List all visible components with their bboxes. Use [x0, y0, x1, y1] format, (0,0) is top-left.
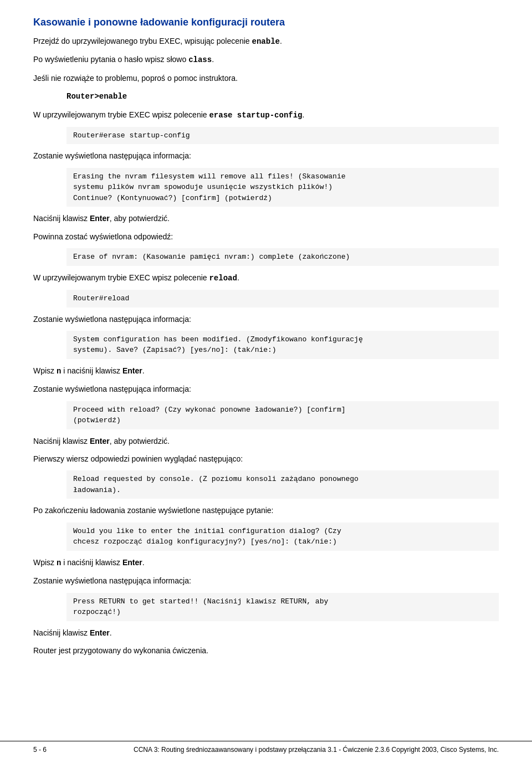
- text-password-intro: Po wyświetleniu pytania o hasło wpisz sł…: [33, 55, 188, 64]
- paragraph-press-enter1: Naciśnij klawisz Enter, aby potwierdzić.: [33, 212, 499, 224]
- text-enter2-bold: Enter: [122, 366, 142, 375]
- text-type-n1-end: .: [142, 366, 145, 375]
- paragraph-help: Jeśli nie rozwiąże to problemu, poproś o…: [33, 72, 499, 84]
- text-type-n2-mid: i naciśnij klawisz: [61, 558, 122, 567]
- paragraph-reload-intro: W uprzywilejowanym trybie EXEC wpisz pol…: [33, 272, 499, 284]
- code-block-modified: System configuration has been modified. …: [66, 331, 499, 359]
- text-reload-suffix: .: [237, 273, 239, 282]
- text-press3: Naciśnij klawisz: [33, 628, 90, 637]
- paragraph-info3-intro: Zostanie wyświetlona następująca informa…: [33, 383, 499, 395]
- paragraph-press-enter2: Naciśnij klawisz Enter, aby potwierdzić.: [33, 435, 499, 447]
- code-block-reload: Router#reload: [66, 290, 499, 308]
- text-press2-suffix: , aby potwierdzić.: [110, 437, 170, 445]
- text-type-n2: Wpisz: [33, 558, 57, 567]
- text-type-n1: Wpisz: [33, 366, 57, 375]
- paragraph-exec: Przejdź do uprzywilejowanego trybu EXEC,…: [33, 35, 499, 48]
- paragraph-press-enter3: Naciśnij klawisz Enter.: [33, 627, 499, 639]
- code-enable: enable: [252, 37, 280, 46]
- code-reload-inline: reload: [209, 274, 237, 283]
- text-press3-end: .: [110, 628, 112, 637]
- text-press2: Naciśnij klawisz: [33, 437, 90, 445]
- code-block-reload-requested: Reload requested by console. (Z poziomu …: [66, 470, 499, 499]
- paragraph-enable-intro: Router>enable: [33, 90, 499, 103]
- code-block-erase-complete: Erase of nvram: (Kasowanie pamięci nvram…: [66, 248, 499, 266]
- code-block-press-return: Press RETURN to get started!! (Naciśnij …: [66, 593, 499, 621]
- paragraph-final: Router jest przygotowany do wykonania ćw…: [33, 644, 499, 657]
- paragraph-password: Po wyświetleniu pytania o hasło wpisz sł…: [33, 53, 499, 66]
- text-erase-intro: W uprzywilejowanym trybie EXEC wpisz pol…: [33, 110, 209, 119]
- text-type-n1-mid: i naciśnij klawisz: [61, 366, 122, 375]
- paragraph-first-line: Pierwszy wiersz odpowiedzi powinien wygl…: [33, 453, 499, 465]
- code-block-erase: Router#erase startup-config: [66, 127, 499, 145]
- paragraph-info2-intro: Zostanie wyświetlona następująca informa…: [33, 313, 499, 325]
- text-reload-intro: W uprzywilejowanym trybie EXEC wpisz pol…: [33, 273, 209, 282]
- text-erase-suffix: .: [302, 110, 304, 119]
- text-type-n2-end: .: [142, 558, 145, 567]
- text-password-suffix: .: [212, 55, 214, 64]
- text-enter3-bold2: Enter: [90, 628, 110, 637]
- text-enter2-bold2: Enter: [90, 437, 110, 445]
- paragraph-type-n2: Wpisz n i naciśnij klawisz Enter.: [33, 556, 499, 569]
- paragraph-should-appear: Powinna zostać wyświetlona odpowiedź:: [33, 231, 499, 243]
- code-router-enable: Router>enable: [66, 92, 127, 101]
- footer-course-info: CCNA 3: Routing średniozaawansowany i po…: [134, 746, 499, 754]
- text-enter1-bold: Enter: [90, 214, 110, 223]
- code-block-proceed: Proceed with reload? (Czy wykonać ponown…: [66, 401, 499, 429]
- code-erase-startup: erase startup-config: [209, 111, 302, 120]
- text-exec-intro: Przejdź do uprzywilejowanego trybu EXEC,…: [33, 37, 252, 45]
- footer: 5 - 6 CCNA 3: Routing średniozaawansowan…: [0, 741, 532, 758]
- code-block-erasing: Erasing the nvram filesystem will remove…: [66, 168, 499, 207]
- paragraph-erase-intro: W uprzywilejowanym trybie EXEC wpisz pol…: [33, 109, 499, 121]
- text-press1-suffix: , aby potwierdzić.: [110, 214, 170, 223]
- paragraph-type-n1: Wpisz n i naciśnij klawisz Enter.: [33, 365, 499, 377]
- paragraph-info1-intro: Zostanie wyświetlona następująca informa…: [33, 150, 499, 162]
- paragraph-after-reload: Po zakończeniu ładowania zostanie wyświe…: [33, 504, 499, 516]
- page-title: Kasowanie i ponowne ładowanie konfigurac…: [33, 17, 499, 28]
- text-press1: Naciśnij klawisz: [33, 214, 90, 223]
- text-exec-suffix: .: [280, 37, 282, 45]
- paragraph-info4-intro: Zostanie wyświetlona następująca informa…: [33, 575, 499, 587]
- code-class: class: [188, 55, 212, 64]
- code-block-dialog: Would you like to enter the initial conf…: [66, 523, 499, 551]
- footer-page-number: 5 - 6: [33, 746, 47, 754]
- text-enter3-bold: Enter: [122, 558, 142, 567]
